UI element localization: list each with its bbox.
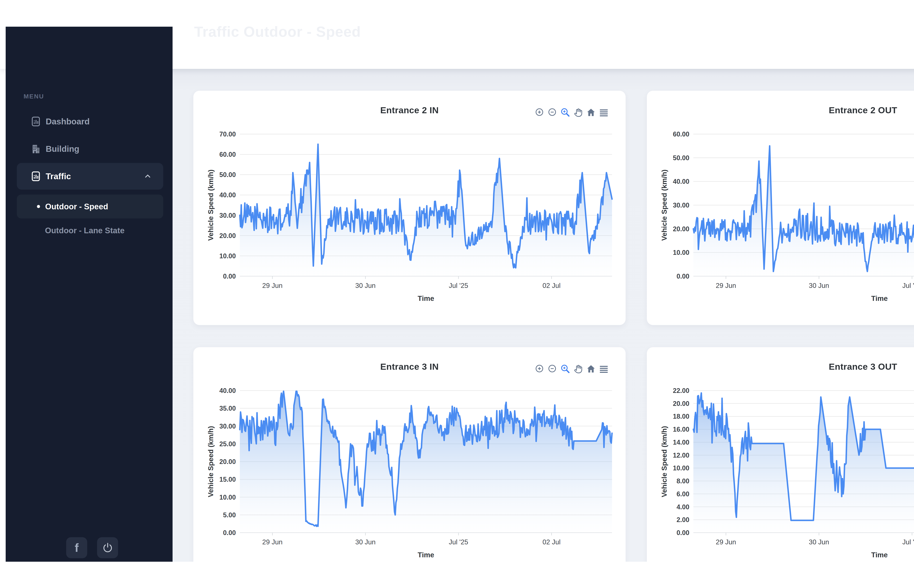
y-tick-label: 40.00: [219, 387, 236, 394]
x-tick-label: 29 Jun: [263, 538, 283, 546]
x-tick-label: 02 Jul: [543, 538, 561, 546]
sidebar: MENU Dashboard Building: [6, 27, 173, 562]
sidebar-subitem-label: Outdoor - Speed: [45, 202, 108, 211]
y-axis-title: Vehicle Speed (km/h): [207, 170, 215, 241]
y-tick-label: 30.00: [219, 423, 236, 430]
y-tick-label: 30.00: [673, 202, 689, 209]
power-icon: [102, 542, 113, 554]
page-title: Traffic Outdoor - Speed: [194, 23, 361, 40]
chart-card-entrance-3-in: Entrance 3 IN 0.005.0010.0015.0020.0025.…: [193, 347, 626, 562]
x-tick-label: 30 Jun: [809, 538, 829, 546]
y-tick-label: 50.00: [219, 171, 236, 178]
x-axis-title: Time: [871, 294, 888, 302]
x-axis-title: Time: [871, 551, 888, 559]
facebook-icon: f: [75, 541, 79, 554]
y-tick-label: 20.00: [219, 232, 236, 239]
y-tick-label: 6.00: [677, 490, 689, 498]
y-tick-label: 18.00: [673, 413, 689, 420]
y-tick-label: 0.00: [223, 529, 236, 536]
y-tick-label: 0.00: [677, 529, 689, 536]
y-tick-label: 16.00: [673, 426, 689, 433]
chevron-up-icon: [144, 172, 152, 181]
x-tick-label: 30 Jun: [355, 282, 376, 289]
y-tick-label: 15.00: [219, 476, 236, 483]
y-tick-label: 14.00: [673, 439, 689, 446]
x-tick-label: Jul '25: [449, 282, 468, 289]
sidebar-item-outdoor-speed[interactable]: Outdoor - Speed: [17, 195, 163, 218]
dashboard-icon: [31, 116, 41, 127]
y-tick-label: 5.00: [223, 511, 236, 519]
chart-card-entrance-2-out: Entrance 2 OUT 0.0010.0020.0030.0040.005…: [647, 90, 914, 325]
x-tick-label: 29 Jun: [263, 282, 283, 289]
y-tick-label: 8.00: [677, 477, 689, 485]
chart-card-entrance-3-out: Entrance 3 OUT 0.002.004.006.008.0010.00…: [647, 347, 914, 562]
facebook-button[interactable]: f: [66, 537, 87, 558]
y-tick-label: 60.00: [219, 151, 236, 158]
x-tick-label: Jul '25: [902, 282, 914, 289]
y-tick-label: 0.00: [223, 273, 236, 280]
x-tick-label: Jul '25: [449, 538, 468, 546]
sidebar-subitem-label: Outdoor - Lane State: [45, 226, 125, 235]
sidebar-item-traffic[interactable]: Traffic: [17, 163, 163, 190]
y-tick-label: 60.00: [673, 131, 689, 138]
y-tick-label: 10.00: [219, 494, 236, 501]
x-tick-label: 29 Jun: [716, 282, 736, 289]
line-chart[interactable]: 0.0010.0020.0030.0040.0050.0060.0070.002…: [193, 91, 626, 325]
y-tick-label: 40.00: [219, 191, 236, 199]
y-axis-title: Vehicle Speed (km/h): [207, 426, 215, 497]
sidebar-item-dashboard[interactable]: Dashboard: [17, 108, 163, 135]
y-axis-title: Vehicle Speed (km/h): [660, 426, 668, 497]
y-tick-label: 0.00: [677, 273, 689, 280]
y-tick-label: 20.00: [219, 458, 236, 465]
y-tick-label: 10.00: [673, 464, 689, 472]
sidebar-item-outdoor-lane-state[interactable]: Outdoor - Lane State: [17, 218, 163, 242]
x-tick-label: Jul '25: [902, 538, 914, 546]
y-tick-label: 35.00: [219, 405, 236, 412]
x-axis-title: Time: [418, 551, 434, 559]
y-tick-label: 10.00: [673, 249, 689, 256]
sidebar-item-building[interactable]: Building: [17, 136, 163, 162]
y-axis-title: Vehicle Speed (km/h): [660, 170, 668, 241]
x-axis-title: Time: [418, 294, 434, 302]
menu-section-label: MENU: [24, 93, 44, 100]
line-chart[interactable]: 0.005.0010.0015.0020.0025.0030.0035.0040…: [193, 347, 626, 562]
y-tick-label: 40.00: [673, 178, 689, 185]
sidebar-item-label: Dashboard: [46, 116, 89, 126]
y-tick-label: 50.00: [673, 154, 689, 162]
y-tick-label: 2.00: [677, 516, 689, 523]
y-tick-label: 22.00: [673, 387, 689, 394]
y-tick-label: 70.00: [219, 131, 236, 138]
chart-card-entrance-2-in: Entrance 2 IN 0.0010.0020.0030.0040.0050…: [193, 90, 626, 325]
power-button[interactable]: [97, 537, 118, 558]
x-tick-label: 30 Jun: [809, 282, 829, 289]
sidebar-item-label: Building: [46, 144, 79, 154]
sidebar-item-label: Traffic: [46, 171, 71, 181]
y-tick-label: 10.00: [219, 252, 236, 260]
y-tick-label: 20.00: [673, 225, 689, 233]
line-chart[interactable]: 0.002.004.006.008.0010.0012.0014.0016.00…: [647, 347, 914, 562]
x-tick-label: 02 Jul: [543, 282, 561, 289]
traffic-icon: [31, 171, 41, 182]
y-tick-label: 20.00: [673, 400, 689, 407]
active-bullet-icon: [37, 205, 40, 208]
x-tick-label: 29 Jun: [716, 538, 736, 546]
y-tick-label: 12.00: [673, 452, 689, 459]
line-chart[interactable]: 0.0010.0020.0030.0040.0050.0060.0029 Jun…: [647, 91, 914, 325]
x-tick-label: 30 Jun: [355, 538, 376, 546]
y-tick-label: 4.00: [677, 503, 689, 511]
y-tick-label: 30.00: [219, 212, 236, 219]
y-tick-label: 25.00: [219, 440, 236, 448]
building-icon: [31, 144, 41, 154]
